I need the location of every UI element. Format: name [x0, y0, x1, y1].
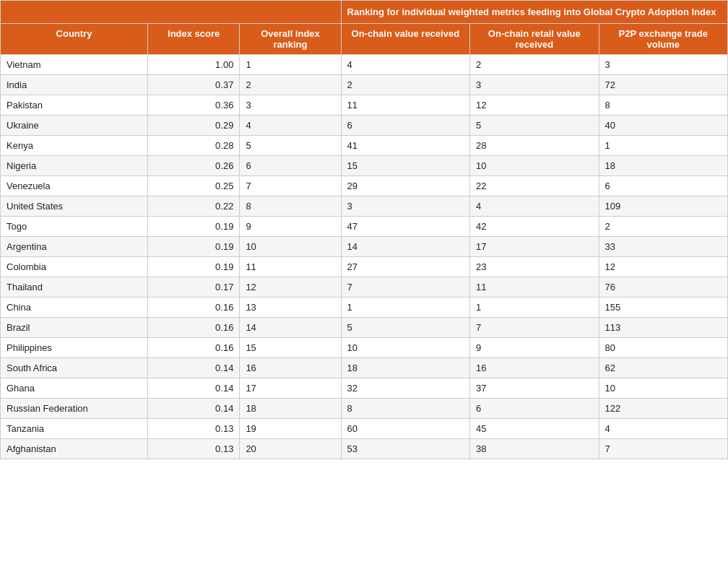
cell-p2p: 3: [599, 55, 728, 75]
cell-country: Togo: [1, 217, 148, 237]
table-row: Togo0.19947422: [1, 217, 728, 237]
cell-country: Nigeria: [1, 156, 148, 176]
cell-retail: 5: [470, 116, 599, 136]
cell-onchain: 1: [341, 298, 469, 318]
table-row: South Africa0.1416181662: [1, 358, 728, 378]
cell-retail: 12: [470, 95, 599, 116]
table-row: Colombia0.1911272312: [1, 257, 728, 277]
cell-index: 0.19: [147, 257, 239, 277]
table-row: Pakistan0.36311128: [1, 95, 728, 116]
cell-ranking: 3: [240, 95, 341, 116]
cell-country: Brazil: [1, 318, 148, 338]
cell-ranking: 15: [240, 338, 341, 358]
cell-retail: 6: [470, 399, 599, 419]
cell-index: 0.37: [147, 75, 239, 95]
cell-country: Colombia: [1, 257, 148, 277]
cell-retail: 45: [470, 419, 599, 439]
cell-onchain: 2: [341, 75, 469, 95]
cell-country: United States: [1, 196, 148, 217]
cell-p2p: 8: [599, 95, 728, 116]
cell-ranking: 13: [240, 298, 341, 318]
cell-retail: 1: [470, 298, 599, 318]
cell-p2p: 7: [599, 439, 728, 459]
cell-retail: 37: [470, 378, 599, 399]
cell-onchain: 10: [341, 338, 469, 358]
cell-index: 0.14: [147, 378, 239, 399]
table-row: China0.161311155: [1, 298, 728, 318]
cell-ranking: 20: [240, 439, 341, 459]
cell-p2p: 122: [599, 399, 728, 419]
cell-index: 0.14: [147, 399, 239, 419]
cell-index: 0.19: [147, 237, 239, 257]
col-retail-header: On-chain retail value received: [470, 24, 599, 55]
cell-retail: 16: [470, 358, 599, 378]
cell-ranking: 4: [240, 116, 341, 136]
cell-index: 0.36: [147, 95, 239, 116]
cell-country: Argentina: [1, 237, 148, 257]
cell-retail: 4: [470, 196, 599, 217]
cell-onchain: 14: [341, 237, 469, 257]
cell-retail: 10: [470, 156, 599, 176]
cell-ranking: 19: [240, 419, 341, 439]
cell-onchain: 4: [341, 55, 469, 75]
cell-onchain: 15: [341, 156, 469, 176]
col-onchain-header: On-chain value received: [341, 24, 469, 55]
cell-index: 0.28: [147, 136, 239, 156]
cell-retail: 28: [470, 136, 599, 156]
cell-country: Thailand: [1, 277, 148, 298]
table-row: Tanzania0.131960454: [1, 419, 728, 439]
cell-ranking: 16: [240, 358, 341, 378]
cell-onchain: 8: [341, 399, 469, 419]
main-table: Ranking for individual weighted metrics …: [0, 0, 728, 459]
cell-p2p: 155: [599, 298, 728, 318]
cell-ranking: 17: [240, 378, 341, 399]
cell-country: China: [1, 298, 148, 318]
cell-index: 0.29: [147, 116, 239, 136]
cell-p2p: 1: [599, 136, 728, 156]
cell-index: 1.00: [147, 55, 239, 75]
cell-onchain: 3: [341, 196, 469, 217]
cell-ranking: 6: [240, 156, 341, 176]
cell-p2p: 109: [599, 196, 728, 217]
table-row: Philippines0.161510980: [1, 338, 728, 358]
cell-retail: 7: [470, 318, 599, 338]
cell-country: Philippines: [1, 338, 148, 358]
cell-p2p: 113: [599, 318, 728, 338]
cell-p2p: 72: [599, 75, 728, 95]
table-row: Ukraine0.2946540: [1, 116, 728, 136]
cell-ranking: 1: [240, 55, 341, 75]
cell-index: 0.22: [147, 196, 239, 217]
cell-p2p: 10: [599, 378, 728, 399]
cell-retail: 9: [470, 338, 599, 358]
table-row: Russian Federation0.141886122: [1, 399, 728, 419]
cell-onchain: 29: [341, 176, 469, 196]
cell-country: Ghana: [1, 378, 148, 399]
cell-p2p: 12: [599, 257, 728, 277]
cell-country: Afghanistan: [1, 439, 148, 459]
cell-onchain: 41: [341, 136, 469, 156]
cell-country: Russian Federation: [1, 399, 148, 419]
table-row: Ghana0.1417323710: [1, 378, 728, 399]
cell-onchain: 11: [341, 95, 469, 116]
cell-index: 0.19: [147, 217, 239, 237]
table-row: Kenya0.28541281: [1, 136, 728, 156]
cell-p2p: 40: [599, 116, 728, 136]
cell-onchain: 60: [341, 419, 469, 439]
cell-retail: 22: [470, 176, 599, 196]
table-row: Nigeria0.266151018: [1, 156, 728, 176]
cell-index: 0.16: [147, 298, 239, 318]
cell-country: Vietnam: [1, 55, 148, 75]
cell-retail: 38: [470, 439, 599, 459]
cell-country: India: [1, 75, 148, 95]
table-row: Argentina0.1910141733: [1, 237, 728, 257]
cell-ranking: 11: [240, 257, 341, 277]
cell-p2p: 80: [599, 338, 728, 358]
cell-onchain: 32: [341, 378, 469, 399]
table-row: Afghanistan0.132053387: [1, 439, 728, 459]
table-row: India0.3722372: [1, 75, 728, 95]
cell-ranking: 10: [240, 237, 341, 257]
cell-country: Ukraine: [1, 116, 148, 136]
cell-country: Kenya: [1, 136, 148, 156]
cell-onchain: 6: [341, 116, 469, 136]
cell-retail: 11: [470, 277, 599, 298]
